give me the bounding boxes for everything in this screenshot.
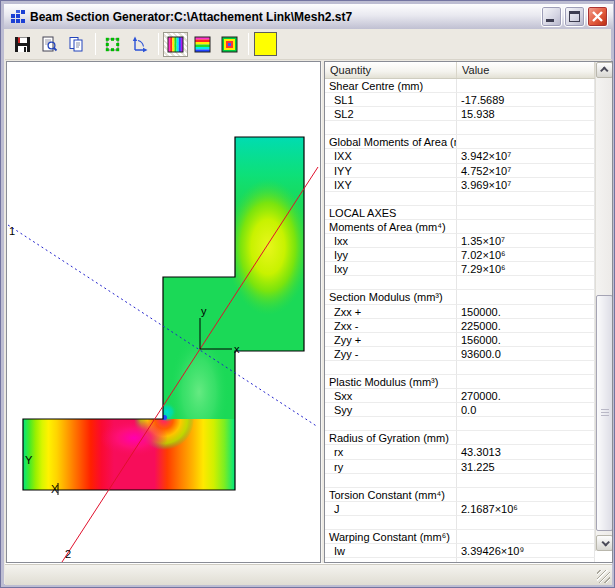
section-label: Warping Constant (mm⁶) (325, 530, 457, 544)
table-row: IYY4.752×10⁷ (325, 164, 595, 178)
section-label: Section Modulus (mm³) (325, 290, 457, 304)
value-cell: 4.752×10⁷ (457, 164, 595, 178)
scrollbar-grip-icon (601, 409, 609, 417)
save-button[interactable] (10, 32, 35, 57)
value-cell (457, 290, 595, 304)
close-button[interactable] (587, 6, 608, 27)
axis-2-label: 2 (65, 548, 71, 560)
value-cell: 3.39426×10⁹ (457, 544, 595, 558)
value-cell (457, 530, 595, 544)
section-label: Plastic Modulus (mm³) (325, 375, 457, 389)
table-row: Radius of Gyration (mm) (325, 431, 595, 445)
table-row: Plastic Modulus (mm³) (325, 375, 595, 389)
value-cell (457, 135, 595, 149)
titlebar[interactable]: Beam Section Generator:C:\Attachement Li… (4, 4, 613, 29)
minimize-icon (546, 19, 554, 22)
print-preview-button[interactable] (37, 32, 62, 57)
quantity-cell: J (325, 502, 457, 516)
quantity-cell (325, 276, 457, 290)
axes-icon (131, 36, 148, 53)
quantity-cell: Iw (325, 544, 457, 558)
table-row: rx43.3013 (325, 445, 595, 459)
resize-grip[interactable] (597, 570, 610, 583)
table-row (325, 192, 595, 206)
scroll-up-button[interactable] (596, 62, 613, 78)
value-cell: 7.29×10⁶ (457, 262, 595, 276)
toolbar-separator (95, 33, 96, 55)
table-row: Shear Centre (mm) (325, 79, 595, 93)
scroll-down-button[interactable] (596, 535, 613, 551)
value-cell: 31.225 (457, 460, 595, 474)
polygon-select-icon (104, 36, 121, 53)
quantity-cell: Ixy (325, 262, 457, 276)
quantity-cell (325, 192, 457, 206)
copy-button[interactable] (64, 32, 89, 57)
vertical-scrollbar[interactable] (595, 62, 612, 551)
table-row: Iw3.39426×10⁹ (325, 544, 595, 558)
color-swatch-button[interactable] (253, 32, 278, 57)
table-row: Moments of Area (mm⁴) (325, 220, 595, 234)
polygon-select-button[interactable] (100, 32, 125, 57)
contour-horizontal-stripes-button[interactable] (190, 32, 215, 57)
quantity-cell: rx (325, 445, 457, 459)
table-row: Zyy -93600.0 (325, 347, 595, 361)
results-table: Quantity Value Shear Centre (mm)SL1-17.5… (324, 61, 613, 563)
table-row (325, 121, 595, 135)
close-icon (588, 7, 607, 26)
quantity-cell (325, 417, 457, 431)
quantity-cell (325, 516, 457, 530)
contour-vertical-stripes-button[interactable] (163, 32, 188, 57)
value-cell: 0.0 (457, 403, 595, 417)
value-cell (457, 192, 595, 206)
principal-axis-2 (62, 167, 318, 562)
quantity-cell: Iyy (325, 248, 457, 262)
axis-1-label: 1 (9, 225, 15, 237)
value-cell: 156000. (457, 333, 595, 347)
section-label: Shear Centre (mm) (325, 79, 457, 93)
column-header-value[interactable]: Value (457, 62, 595, 78)
contour-square-icon (221, 36, 238, 53)
table-row: Warping Constant (mm⁶) (325, 530, 595, 544)
quantity-cell (325, 558, 457, 562)
app-icon (10, 9, 26, 25)
contour-square-button[interactable] (217, 32, 242, 57)
axes-button[interactable] (127, 32, 152, 57)
section-label: Torsion Constant (mm⁴) (325, 488, 457, 502)
maximize-button[interactable] (564, 6, 585, 27)
quantity-cell (325, 121, 457, 135)
value-cell: 225000. (457, 319, 595, 333)
local-y-label: y (201, 305, 207, 317)
value-cell (457, 558, 595, 562)
table-row: ry31.225 (325, 460, 595, 474)
value-cell: -17.5689 (457, 93, 595, 107)
global-y-label: Y (25, 454, 33, 466)
table-row: Syy0.0 (325, 403, 595, 417)
table-row: Zxx -225000. (325, 319, 595, 333)
window-title: Beam Section Generator:C:\Attachement Li… (30, 10, 539, 24)
table-row: LOCAL AXES (325, 206, 595, 220)
quantity-cell: Syy (325, 403, 457, 417)
print-preview-icon (41, 36, 58, 53)
quantity-cell: Ixx (325, 234, 457, 248)
table-row: SL215.938 (325, 107, 595, 121)
quantity-cell (325, 361, 457, 375)
value-cell: 3.942×10⁷ (457, 149, 595, 163)
copy-icon (68, 36, 85, 53)
section-view[interactable]: 1 2 y x Y X (6, 61, 321, 563)
app-window: Beam Section Generator:C:\Attachement Li… (0, 0, 615, 588)
quantity-cell: Zyy - (325, 347, 457, 361)
scrollbar-thumb[interactable] (596, 295, 613, 531)
toolbar (5, 29, 612, 60)
value-cell: 270000. (457, 389, 595, 403)
table-row (325, 276, 595, 290)
value-cell (457, 276, 595, 290)
value-cell (457, 516, 595, 530)
minimize-button[interactable] (541, 6, 562, 27)
column-header-quantity[interactable]: Quantity (325, 62, 457, 78)
contour-field (23, 137, 310, 490)
global-x-label: X (51, 483, 59, 495)
contour-vertical-stripes-icon (167, 36, 184, 53)
table-row: J2.1687×10⁶ (325, 502, 595, 516)
value-cell: 43.3013 (457, 445, 595, 459)
quantity-cell: IXX (325, 149, 457, 163)
